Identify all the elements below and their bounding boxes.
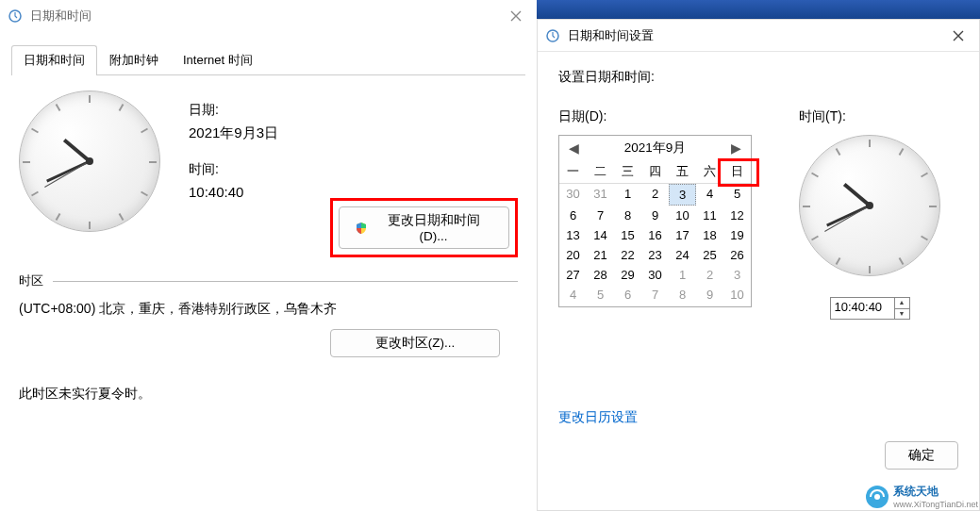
calendar-day[interactable]: 19 bbox=[723, 225, 751, 245]
calendar-day[interactable]: 22 bbox=[614, 245, 641, 265]
calendar-day[interactable]: 2 bbox=[641, 184, 669, 206]
calendar-day[interactable]: 5 bbox=[587, 285, 614, 305]
calendar-day[interactable]: 27 bbox=[559, 265, 587, 285]
section-title: 时区 bbox=[19, 272, 43, 289]
calendar-day[interactable]: 26 bbox=[723, 245, 751, 265]
calendar-day[interactable]: 24 bbox=[669, 245, 696, 265]
change-calendar-settings-link[interactable]: 更改日历设置 bbox=[558, 409, 638, 426]
calendar-day[interactable]: 10 bbox=[723, 285, 751, 305]
change-timezone-label: 更改时区(Z)... bbox=[375, 335, 456, 352]
clock-icon bbox=[545, 28, 560, 43]
prev-month-button[interactable]: ◀ bbox=[565, 140, 583, 156]
timezone-value: (UTC+08:00) 北京，重庆，香港特别行政区，乌鲁木齐 bbox=[19, 301, 518, 318]
calendar-day[interactable]: 28 bbox=[587, 265, 614, 285]
calendar-day[interactable]: 9 bbox=[696, 285, 723, 305]
calendar-day[interactable]: 8 bbox=[669, 285, 696, 305]
month-label: 2021年9月 bbox=[624, 140, 687, 157]
date-column-label: 日期(D): bbox=[558, 108, 752, 125]
calendar-day[interactable]: 30 bbox=[641, 265, 669, 285]
close-button[interactable] bbox=[945, 25, 972, 47]
shield-icon bbox=[355, 222, 368, 235]
date-time-settings-window: 日期和时间设置 设置日期和时间: 日期(D): ◀ 2021年9月 ▶ 一二三四… bbox=[537, 19, 980, 511]
section-divider-timezone: 时区 bbox=[19, 272, 518, 289]
calendar-day[interactable]: 15 bbox=[614, 225, 641, 245]
calendar-day[interactable]: 4 bbox=[559, 285, 587, 305]
tab-additional-clocks[interactable]: 附加时钟 bbox=[97, 45, 171, 74]
clock-icon bbox=[8, 8, 23, 24]
calendar-day[interactable]: 23 bbox=[641, 245, 669, 265]
calendar-day[interactable]: 17 bbox=[669, 225, 696, 245]
weekday-header: 三 bbox=[614, 160, 641, 184]
change-date-time-label: 更改日期和时间(D)... bbox=[374, 212, 493, 243]
time-spinner[interactable]: 10:40:40 ▲ ▼ bbox=[830, 297, 910, 320]
calendar[interactable]: ◀ 2021年9月 ▶ 一二三四五六日303112345678910111213… bbox=[558, 135, 752, 307]
time-value: 10:40:40 bbox=[189, 184, 278, 200]
calendar-day[interactable]: 9 bbox=[641, 206, 669, 225]
weekday-header: 五 bbox=[669, 160, 696, 184]
dst-note: 此时区未实行夏令时。 bbox=[19, 386, 518, 403]
date-time-window: 日期和时间 日期和时间 附加时钟 Internet 时间 bbox=[0, 0, 537, 511]
calendar-day[interactable]: 18 bbox=[696, 225, 723, 245]
calendar-day[interactable]: 5 bbox=[723, 184, 751, 206]
calendar-day[interactable]: 7 bbox=[641, 285, 669, 305]
calendar-day[interactable]: 8 bbox=[614, 206, 641, 225]
calendar-grid: 一二三四五六日303112345678910111213141516171819… bbox=[559, 160, 751, 305]
second-hand bbox=[824, 206, 870, 232]
tab-internet-time[interactable]: Internet 时间 bbox=[171, 45, 265, 74]
ok-button[interactable]: 确定 bbox=[885, 441, 958, 470]
calendar-day[interactable]: 13 bbox=[559, 225, 587, 245]
calendar-day[interactable]: 6 bbox=[559, 206, 587, 225]
calendar-day[interactable]: 3 bbox=[669, 184, 696, 206]
calendar-day[interactable]: 14 bbox=[587, 225, 614, 245]
second-hand bbox=[44, 161, 90, 188]
calendar-day[interactable]: 3 bbox=[723, 265, 751, 285]
change-date-time-button[interactable]: 更改日期和时间(D)... bbox=[339, 206, 509, 249]
desktop-taskbar-fragment bbox=[537, 0, 980, 19]
calendar-day[interactable]: 29 bbox=[614, 265, 641, 285]
weekday-header: 日 bbox=[723, 160, 751, 184]
calendar-day[interactable]: 10 bbox=[669, 206, 696, 225]
weekday-header: 一 bbox=[559, 160, 587, 184]
calendar-day[interactable]: 7 bbox=[587, 206, 614, 225]
weekday-header: 二 bbox=[587, 160, 614, 184]
analog-clock bbox=[19, 91, 160, 232]
calendar-day[interactable]: 25 bbox=[696, 245, 723, 265]
calendar-day[interactable]: 2 bbox=[696, 265, 723, 285]
tab-body: 日期: 2021年9月3日 时间: 10:40:40 bbox=[0, 75, 537, 418]
calendar-day[interactable]: 30 bbox=[559, 184, 587, 206]
weekday-header: 六 bbox=[696, 160, 723, 184]
time-spin-up[interactable]: ▲ bbox=[895, 298, 909, 309]
titlebar: 日期和时间设置 bbox=[538, 20, 979, 52]
calendar-day[interactable]: 31 bbox=[587, 184, 614, 206]
calendar-day[interactable]: 4 bbox=[696, 184, 723, 206]
change-timezone-button[interactable]: 更改时区(Z)... bbox=[330, 329, 500, 357]
calendar-day[interactable]: 1 bbox=[614, 184, 641, 206]
window-title: 日期和时间 bbox=[30, 8, 503, 25]
time-spinner-value[interactable]: 10:40:40 bbox=[831, 298, 894, 319]
titlebar: 日期和时间 bbox=[0, 0, 537, 32]
weekday-header: 四 bbox=[641, 160, 669, 184]
time-spin-down[interactable]: ▼ bbox=[895, 309, 909, 320]
next-month-button[interactable]: ▶ bbox=[727, 140, 745, 156]
calendar-day[interactable]: 20 bbox=[559, 245, 587, 265]
time-label: 时间: bbox=[189, 161, 278, 178]
close-button[interactable] bbox=[503, 5, 529, 27]
tab-date-time[interactable]: 日期和时间 bbox=[11, 45, 97, 74]
calendar-day[interactable]: 12 bbox=[723, 206, 751, 225]
analog-clock bbox=[799, 135, 940, 276]
date-label: 日期: bbox=[189, 102, 278, 119]
tab-strip: 日期和时间 附加时钟 Internet 时间 bbox=[11, 45, 525, 75]
calendar-day[interactable]: 21 bbox=[587, 245, 614, 265]
window-title: 日期和时间设置 bbox=[568, 27, 945, 44]
calendar-day[interactable]: 1 bbox=[669, 265, 696, 285]
date-value: 2021年9月3日 bbox=[189, 124, 278, 142]
calendar-day[interactable]: 16 bbox=[641, 225, 669, 245]
calendar-day[interactable]: 11 bbox=[696, 206, 723, 225]
instruction-text: 设置日期和时间: bbox=[558, 69, 958, 86]
highlight-box: 更改日期和时间(D)... bbox=[330, 198, 518, 257]
time-column-label: 时间(T): bbox=[799, 108, 940, 125]
calendar-day[interactable]: 6 bbox=[614, 285, 641, 305]
ok-label: 确定 bbox=[908, 447, 935, 464]
